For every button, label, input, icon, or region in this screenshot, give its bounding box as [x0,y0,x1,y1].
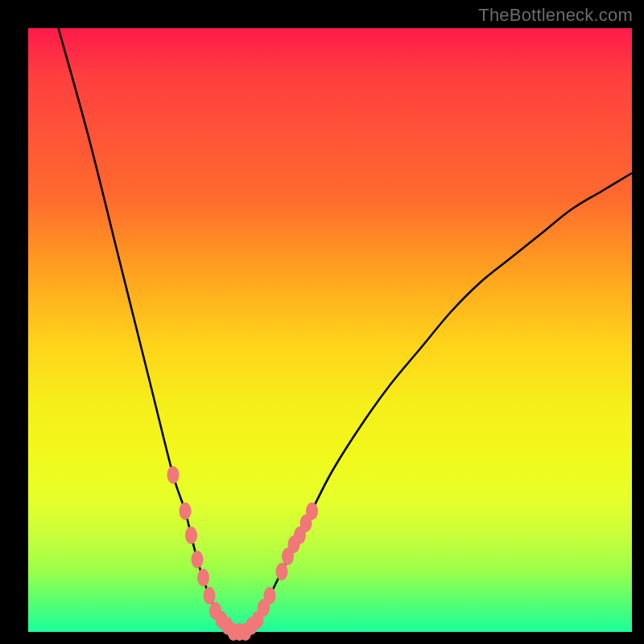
highlighted-point [185,526,197,544]
highlighted-point [306,502,318,520]
highlighted-points-group [167,466,319,641]
bottleneck-curve-line [59,28,633,634]
highlighted-point [197,569,209,587]
chart-plot-area [28,28,632,632]
highlighted-point [167,466,180,484]
highlighted-point [204,587,216,605]
highlighted-point [276,563,288,580]
chart-frame: TheBottleneck.com [0,0,644,644]
highlighted-point [264,587,276,605]
highlighted-point [192,551,204,568]
chart-svg [28,28,632,632]
highlighted-point [180,502,192,520]
watermark-text: TheBottleneck.com [478,5,633,26]
